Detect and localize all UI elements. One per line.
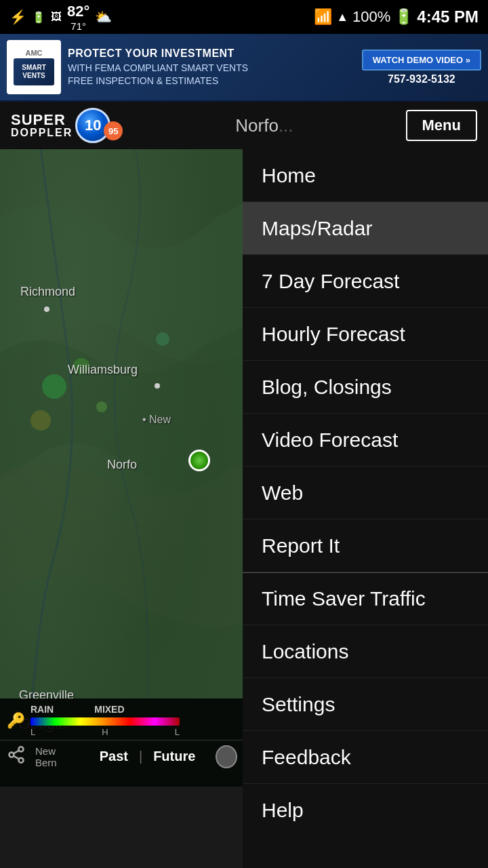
- logo-number: 10: [85, 117, 101, 134]
- ad-text-block: PROTECT YOUR INVESTMENT WITH FEMA COMPLI…: [68, 46, 355, 88]
- map-marker-norfolk: [188, 450, 210, 471]
- menu-item-settings[interactable]: Settings: [243, 678, 488, 731]
- future-button[interactable]: Future: [142, 745, 206, 768]
- menu-item-help[interactable]: Help: [243, 784, 488, 837]
- svg-point-4: [156, 332, 169, 346]
- menu-item-hourly[interactable]: Hourly Forecast: [243, 308, 488, 361]
- ad-banner[interactable]: AMC SMARTVENTS PROTECT YOUR INVESTMENT W…: [0, 34, 488, 102]
- map-label-new: • New: [142, 414, 171, 426]
- menu-item-locations[interactable]: Locations: [243, 625, 488, 678]
- ad-watch-button[interactable]: WATCH DEMO VIDEO »: [362, 50, 481, 71]
- legend-high: H: [102, 727, 108, 737]
- status-left-icons: ⚡ 🔋 🖼 82° 71° ⛅: [9, 3, 112, 32]
- map-label-richmond: Richmond: [20, 285, 75, 299]
- battery-full-icon: 🔋: [32, 11, 45, 24]
- nav-circle-button[interactable]: [216, 745, 237, 768]
- image-icon: 🖼: [51, 11, 62, 23]
- app-header: SUPER DOPPLER 10 95 Norfo... Menu: [0, 102, 488, 149]
- share-icon[interactable]: [7, 745, 26, 768]
- ad-logo-text: AMC SMARTVENTS: [14, 49, 54, 85]
- svg-line-9: [14, 750, 19, 753]
- header-city: Norfo...: [235, 115, 293, 136]
- menu-item-home[interactable]: Home: [243, 149, 488, 202]
- legend-range: L H L: [30, 727, 180, 737]
- legend-top: RAIN MIXED: [30, 704, 180, 715]
- menu-item-feedback[interactable]: Feedback: [243, 731, 488, 784]
- svg-point-7: [19, 757, 24, 762]
- nav-buttons: Past | Future: [89, 745, 207, 768]
- signal-icon: ▲: [336, 10, 348, 24]
- legend-row: 🔑 RAIN MIXED L H L: [0, 698, 244, 740]
- menu-item-7day[interactable]: 7 Day Forecast: [243, 255, 488, 308]
- temperature-display: 82° 71°: [67, 3, 89, 32]
- logo-doppler: DOPPLER: [11, 127, 73, 138]
- bottom-bar: 🔑 RAIN MIXED L H L N: [0, 698, 244, 787]
- ad-subtext: WITH FEMA COMPLIANT SMART VENTS: [68, 62, 355, 75]
- logo-badge: 95: [104, 121, 123, 140]
- menu-item-blog[interactable]: Blog, Closings: [243, 361, 488, 414]
- usb-icon: ⚡: [9, 9, 26, 25]
- battery-percent: 100%: [352, 8, 390, 26]
- rain-label: RAIN: [30, 704, 54, 715]
- ad-logo: AMC SMARTVENTS: [7, 40, 61, 94]
- nav-row: New Bern Past | Future: [0, 740, 244, 772]
- legend-low: L: [30, 727, 35, 737]
- ad-line2: FREE INSPECTION & ESTIMATES: [68, 75, 355, 88]
- svg-line-8: [14, 755, 19, 759]
- svg-point-0: [42, 374, 66, 399]
- map-dot-williamsburg: [155, 383, 160, 389]
- menu-item-web[interactable]: Web: [243, 467, 488, 519]
- legend-labels: RAIN MIXED L H L: [30, 704, 180, 737]
- sub-temp: 71°: [70, 20, 86, 32]
- status-bar: ⚡ 🔋 🖼 82° 71° ⛅ 📶 ▲ 100% 🔋 4:45 PM: [0, 0, 488, 34]
- svg-point-2: [96, 401, 107, 412]
- nav-city: New Bern: [35, 745, 77, 768]
- main-temp: 82°: [67, 3, 89, 20]
- battery-icon: 🔋: [394, 8, 413, 26]
- logo-text: SUPER DOPPLER: [11, 113, 73, 138]
- legend-low2: L: [175, 727, 180, 737]
- key-icon: 🔑: [7, 712, 25, 730]
- menu-panel: Home Maps/Radar 7 Day Forecast Hourly Fo…: [243, 149, 488, 868]
- map-label-norfolk: Norfo: [107, 458, 137, 472]
- svg-point-5: [19, 747, 24, 751]
- past-button[interactable]: Past: [89, 745, 139, 768]
- menu-item-video[interactable]: Video Forecast: [243, 414, 488, 467]
- svg-point-3: [30, 410, 51, 431]
- status-time: 4:45 PM: [417, 7, 479, 26]
- mixed-label: MIXED: [94, 704, 124, 715]
- map-background[interactable]: Richmond Williamsburg • New Norfo Greenv…: [0, 149, 244, 787]
- app-logo: SUPER DOPPLER 10 95: [11, 108, 123, 143]
- logo-super: SUPER: [11, 113, 73, 127]
- map-label-williamsburg: Williamsburg: [68, 363, 138, 377]
- menu-item-maps-radar[interactable]: Maps/Radar: [243, 202, 488, 255]
- menu-item-traffic[interactable]: Time Saver Traffic: [243, 572, 488, 625]
- ad-phone: 757-932-5132: [388, 73, 455, 85]
- wifi-icon: 📶: [314, 8, 332, 26]
- svg-point-6: [9, 752, 14, 757]
- map-dot-richmond: [44, 307, 49, 312]
- menu-item-report[interactable]: Report It: [243, 519, 488, 572]
- ad-content: AMC SMARTVENTS PROTECT YOUR INVESTMENT W…: [0, 40, 488, 94]
- menu-button[interactable]: Menu: [406, 110, 477, 141]
- ad-headline: PROTECT YOUR INVESTMENT: [68, 46, 355, 61]
- status-right-icons: 📶 ▲ 100% 🔋 4:45 PM: [314, 7, 479, 26]
- weather-icon: ⛅: [95, 9, 112, 25]
- legend-bar: [30, 717, 180, 726]
